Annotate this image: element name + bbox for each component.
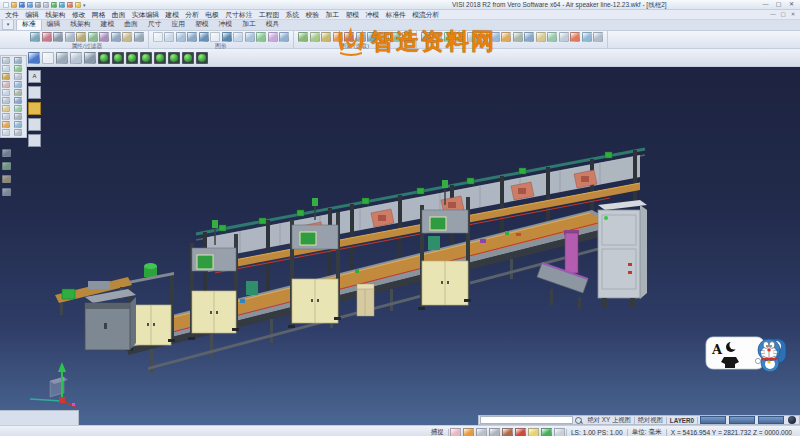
- solid-toggle[interactable]: [28, 118, 41, 131]
- menu-item-2[interactable]: 编辑: [22, 10, 42, 20]
- stamp-icon[interactable]: [476, 428, 487, 436]
- sheet-toggle[interactable]: [28, 134, 41, 147]
- text-tool-icon[interactable]: [2, 129, 10, 136]
- filter-solid-icon[interactable]: [111, 32, 121, 42]
- trim-tool-icon[interactable]: [2, 97, 10, 104]
- tee-icon[interactable]: [515, 428, 526, 436]
- menu-item-12[interactable]: 工程图: [256, 10, 283, 20]
- redraw-icon[interactable]: [153, 32, 163, 42]
- measure-tool-icon[interactable]: [2, 121, 10, 128]
- chamfer-tool-icon[interactable]: [14, 89, 22, 96]
- view-cube-icon[interactable]: [2, 149, 11, 157]
- menu-item-15[interactable]: 加工: [322, 10, 342, 20]
- new-file-icon[interactable]: [3, 2, 9, 8]
- annotation-a-toggle[interactable]: A: [28, 70, 41, 83]
- select-clear-icon[interactable]: [402, 32, 412, 42]
- bottom-view-icon[interactable]: [196, 52, 208, 64]
- tool-icon-14[interactable]: [570, 32, 580, 42]
- grid-plus-icon[interactable]: [554, 428, 565, 436]
- help-icon[interactable]: [75, 2, 81, 8]
- plane-toggle[interactable]: [28, 86, 41, 99]
- tool-icon-12[interactable]: [547, 32, 557, 42]
- quick-access-dropdown-icon[interactable]: ▾: [83, 2, 86, 8]
- section-icon[interactable]: [2, 175, 11, 183]
- control-cabinet[interactable]: [598, 200, 647, 307]
- select-previous-icon[interactable]: [390, 32, 400, 42]
- tool-icon-2[interactable]: [432, 32, 442, 42]
- revolve-tool-icon[interactable]: [14, 81, 22, 88]
- linetype-attr-icon[interactable]: [42, 32, 52, 42]
- front-view-icon[interactable]: [140, 52, 152, 64]
- mirror-tool-icon[interactable]: [14, 105, 22, 112]
- circle-tool-icon[interactable]: [14, 65, 22, 72]
- mdi-close-button[interactable]: ✕: [788, 10, 798, 18]
- mdi-minimize-button[interactable]: —: [768, 10, 778, 18]
- back-view-icon[interactable]: [182, 52, 194, 64]
- arc-tool-icon[interactable]: [2, 65, 10, 72]
- coordinate-system-indicator[interactable]: 绝对视图: [635, 416, 666, 425]
- status-indicator-3[interactable]: [758, 416, 784, 424]
- menu-item-17[interactable]: 冲模: [362, 10, 382, 20]
- hidden-line-icon[interactable]: [245, 32, 255, 42]
- offset-tool-icon[interactable]: [2, 105, 10, 112]
- column-icon[interactable]: [528, 428, 539, 436]
- iso-view-ne-icon[interactable]: [98, 52, 110, 64]
- menu-item-3[interactable]: 线架构: [42, 10, 69, 20]
- shaded-box-icon[interactable]: [42, 52, 54, 64]
- extrude-tool-icon[interactable]: [2, 81, 10, 88]
- perspective-icon[interactable]: [256, 32, 266, 42]
- layer-attr-icon[interactable]: [65, 32, 75, 42]
- rotate-tool-icon[interactable]: [2, 113, 10, 120]
- workplane-grid-icon[interactable]: [28, 52, 40, 64]
- surface-tool-icon[interactable]: [14, 73, 22, 80]
- print-icon[interactable]: [35, 2, 41, 8]
- redo-icon[interactable]: [59, 2, 65, 8]
- top-view-icon[interactable]: [126, 52, 138, 64]
- select-invert-icon[interactable]: [379, 32, 389, 42]
- full-screen-icon[interactable]: [279, 32, 289, 42]
- tool-icon-10[interactable]: [524, 32, 534, 42]
- tool-icon-13[interactable]: [559, 32, 569, 42]
- note-icon[interactable]: [450, 428, 461, 436]
- extend-tool-icon[interactable]: [14, 97, 22, 104]
- color-attr-icon[interactable]: [30, 32, 40, 42]
- filter-line-icon[interactable]: [88, 32, 98, 42]
- select-single-icon[interactable]: [298, 32, 308, 42]
- shaded-view-icon[interactable]: [222, 32, 232, 42]
- search-icon[interactable]: [575, 417, 582, 424]
- save-all-icon[interactable]: [27, 2, 33, 8]
- right-view-icon[interactable]: [154, 52, 166, 64]
- zoom-previous-icon[interactable]: [187, 32, 197, 42]
- transport-icon[interactable]: [502, 428, 513, 436]
- snap-label[interactable]: 捕捉: [427, 428, 448, 436]
- menu-item-5[interactable]: 网格: [89, 10, 109, 20]
- save-icon[interactable]: [19, 2, 25, 8]
- menu-item-6[interactable]: 曲面: [109, 10, 129, 20]
- globe-icon[interactable]: [788, 416, 796, 424]
- zoom-fit-icon[interactable]: [164, 32, 174, 42]
- status-indicator-2[interactable]: [729, 416, 755, 424]
- tool-icon-9[interactable]: [513, 32, 523, 42]
- menu-item-1[interactable]: 文件: [2, 10, 22, 20]
- snapshot-icon[interactable]: [2, 188, 11, 196]
- iso-view-nw-icon[interactable]: [112, 52, 124, 64]
- tool-icon-11[interactable]: [536, 32, 546, 42]
- multi-view-icon[interactable]: [268, 32, 278, 42]
- point-tool-icon[interactable]: [2, 57, 10, 64]
- render-mode-icon[interactable]: [56, 52, 68, 64]
- select-type-icon[interactable]: [356, 32, 366, 42]
- tool-icon-16[interactable]: [593, 32, 603, 42]
- preview-icon[interactable]: [43, 2, 49, 8]
- menu-item-11[interactable]: 尺寸标注: [222, 10, 256, 20]
- viewport[interactable]: A: [0, 67, 800, 425]
- clip-plane-icon[interactable]: [2, 162, 11, 170]
- line-tool-icon[interactable]: [14, 57, 22, 64]
- tool-icon-5[interactable]: [467, 32, 477, 42]
- tool-icon-15[interactable]: [582, 32, 592, 42]
- rotate-view-icon[interactable]: [210, 32, 220, 42]
- workplane-indicator[interactable]: 绝对 XY 上视图: [585, 416, 634, 425]
- ghost-mode-icon[interactable]: [70, 52, 82, 64]
- viewport-canvas[interactable]: A: [0, 67, 800, 425]
- ucs-toggle[interactable]: [28, 102, 41, 115]
- wireframe-view-icon[interactable]: [233, 32, 243, 42]
